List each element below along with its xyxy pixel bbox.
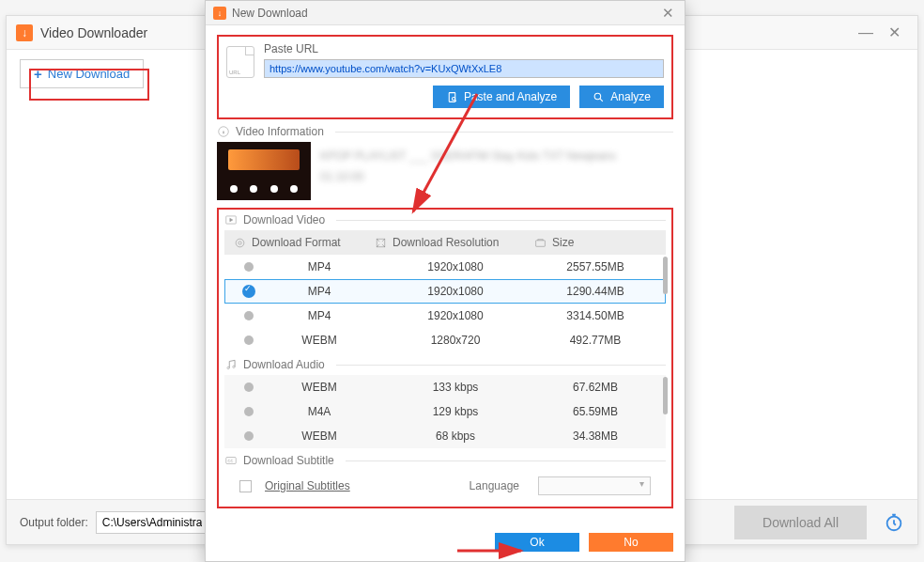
original-subtitles-link[interactable]: Original Subtitles [265, 479, 350, 492]
language-select[interactable] [538, 476, 651, 495]
dialog-titlebar: ↓ New Download ✕ [206, 1, 685, 25]
radio-icon [244, 382, 254, 392]
url-file-icon: URL [226, 46, 254, 78]
download-audio-heading: Download Audio [224, 358, 666, 371]
dialog-app-icon: ↓ [213, 7, 226, 20]
no-button[interactable]: No [589, 533, 673, 552]
subtitle-row: Original Subtitles Language [224, 471, 666, 501]
video-thumbnail [217, 142, 311, 200]
col-resolution-label: Download Resolution [393, 236, 499, 249]
paste-analyze-label: Paste and Analyze [464, 90, 557, 103]
video-info-heading: Video Information [217, 125, 673, 138]
video-table-header: Download Format Download Resolution Size [224, 230, 666, 255]
scrollbar[interactable] [663, 377, 668, 414]
audio-table-body: WEBM 133 kbps 67.62MB M4A 129 kbps 65.59… [224, 375, 666, 448]
plus-icon: + [34, 66, 42, 82]
video-table-body: MP4 1920x1080 2557.55MB MP4 1920x1080 12… [224, 255, 666, 352]
subtitle-checkbox[interactable] [239, 480, 252, 492]
new-download-dialog: ↓ New Download ✕ URL Paste URL Paste and… [205, 0, 685, 562]
paste-url-label: Paste URL [264, 42, 664, 55]
dialog-footer: Ok No [206, 533, 685, 561]
video-metadata-blurred: KPOP PLAYLIST ___ SSERAFIM Stay Kids TXT… [320, 142, 673, 200]
format-icon [234, 237, 246, 249]
table-row[interactable]: M4A 129 kbps 65.59MB [224, 399, 666, 424]
table-row[interactable]: WEBM 68 kbps 34.38MB [224, 424, 666, 448]
new-download-label: New Download [48, 67, 130, 81]
radio-icon [244, 311, 254, 320]
radio-icon [244, 431, 254, 441]
info-icon [217, 125, 230, 138]
download-all-button[interactable]: Download All [734, 506, 867, 539]
col-size-label: Size [552, 236, 574, 249]
new-download-button[interactable]: + New Download [20, 59, 144, 88]
col-format-label: Download Format [252, 236, 341, 249]
download-subtitle-heading: CC Download Subtitle [224, 454, 666, 467]
audio-icon [224, 358, 238, 371]
video-info-row: KPOP PLAYLIST ___ SSERAFIM Stay Kids TXT… [217, 142, 673, 200]
radio-icon [244, 262, 254, 272]
resolution-icon [375, 237, 387, 249]
svg-point-7 [239, 241, 241, 243]
dialog-close-button[interactable]: ✕ [658, 5, 677, 22]
output-folder-input[interactable] [96, 511, 208, 534]
app-icon: ↓ [16, 24, 33, 41]
table-row[interactable]: WEBM 133 kbps 67.62MB [224, 375, 666, 399]
radio-icon [244, 336, 254, 345]
svg-point-2 [452, 97, 454, 100]
table-row[interactable]: MP4 1920x1080 2557.55MB [224, 255, 666, 279]
clock-icon[interactable] [884, 512, 904, 533]
table-row[interactable]: MP4 1920x1080 1290.44MB [224, 279, 666, 304]
radio-checked-icon [242, 285, 255, 298]
cc-icon: CC [224, 454, 238, 467]
minimize-button[interactable]: — [852, 24, 880, 41]
paste-and-analyze-button[interactable]: Paste and Analyze [433, 86, 570, 108]
svg-text:CC: CC [228, 459, 234, 463]
url-section: URL Paste URL Paste and Analyze Analyze [217, 35, 673, 119]
close-button[interactable]: ✕ [880, 23, 908, 41]
output-folder-label: Output folder: [20, 516, 88, 529]
table-row[interactable]: WEBM 1280x720 492.77MB [224, 328, 666, 352]
video-icon [224, 213, 238, 226]
svg-rect-9 [536, 240, 546, 245]
clipboard-search-icon [446, 91, 458, 103]
analyze-button[interactable]: Analyze [579, 86, 664, 108]
dialog-title: New Download [232, 7, 308, 20]
search-icon [593, 91, 605, 103]
radio-icon [244, 407, 254, 416]
download-video-heading: Download Video [224, 213, 666, 226]
scrollbar[interactable] [663, 257, 668, 294]
download-section: Download Video Download Format Download … [217, 208, 673, 508]
svg-point-6 [236, 239, 244, 247]
ok-button[interactable]: Ok [495, 533, 579, 552]
url-input[interactable] [264, 59, 664, 78]
analyze-label: Analyze [610, 90, 651, 103]
size-icon [534, 237, 547, 249]
svg-point-3 [594, 93, 601, 100]
app-title: Video Downloader [40, 25, 147, 40]
table-row[interactable]: MP4 1920x1080 3314.50MB [224, 304, 666, 328]
language-label: Language [470, 479, 519, 492]
